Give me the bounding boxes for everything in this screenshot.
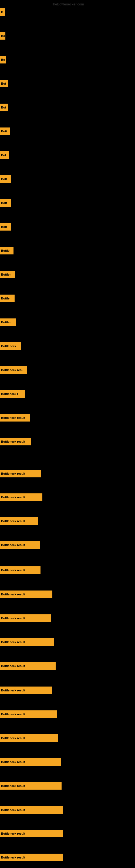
bar-item: Bottleneck result	[0, 438, 31, 445]
bar-item: Bottleneck result	[0, 638, 54, 646]
bar-item: Bottlen	[0, 318, 16, 326]
bar-label: Bott	[1, 177, 7, 181]
bar-label: Bott	[1, 225, 7, 228]
bar-label: Bottleneck result	[1, 568, 25, 572]
bar-item: Bott	[0, 127, 10, 135]
bar-item: Bottleneck result	[0, 830, 63, 837]
bar-item: Bottleneck result	[0, 686, 52, 694]
bar-label: Bottleneck result	[1, 617, 25, 620]
bar-item: Bottleneck result	[0, 590, 52, 598]
bar-item: Bot	[0, 80, 8, 87]
bar-item: Bottleneck result	[0, 470, 41, 477]
bar-item: Bott	[0, 199, 11, 207]
bar-item: Bottleneck r	[0, 390, 25, 398]
bar-item: Bottlen	[0, 271, 15, 278]
bar-label: Bottleneck result	[1, 496, 25, 499]
bar-item: Bottleneck	[0, 342, 21, 350]
bar-label: Bottleneck result	[1, 416, 25, 420]
bar-label: Bottlen	[1, 273, 11, 276]
bar-item: Bottleneck result	[0, 734, 58, 742]
bar-label: Bottleneck result	[1, 832, 25, 835]
bar-item: Bo	[0, 56, 6, 63]
bar-label: Bottleneck result	[1, 641, 25, 644]
bar-item: Bottleneck result	[0, 517, 38, 525]
bar-label: Bottleneck result	[1, 689, 25, 692]
bar-label: Bottleneck result	[1, 784, 25, 787]
bar-item: Bottleneck result	[0, 614, 51, 622]
bar-label: Bottleneck result	[1, 713, 25, 716]
bar-item: Bot	[0, 151, 9, 159]
bar-item: Bottleneck result	[0, 566, 41, 574]
bar-item: Bottleneck result	[0, 782, 61, 789]
bar-label: Bottleneck result	[1, 440, 25, 443]
bar-label: Bot	[1, 106, 6, 109]
bar-item: Bott	[0, 175, 11, 183]
bar-label: Bottleneck result	[1, 760, 25, 764]
bar-label: Bottleneck result	[1, 543, 25, 547]
bar-label: Bottleneck result	[1, 664, 25, 668]
bar-item: B	[0, 8, 5, 16]
bar-item: Bottleneck result	[0, 710, 57, 718]
bar-label: Bottle	[1, 249, 9, 252]
bar-label: Bott	[1, 130, 7, 133]
bar-item: Bottleneck result	[0, 854, 63, 861]
bar-label: Bottleneck result	[1, 472, 25, 475]
bar-item: Bot	[0, 104, 8, 111]
bar-item: Bottleneck result	[0, 541, 40, 549]
bar-label: Bottleneck resu	[1, 368, 24, 372]
site-title: TheBottlenecker.com	[51, 2, 84, 6]
bar-label: Bo	[1, 58, 5, 61]
bar-item: Bottle	[0, 294, 14, 302]
bar-label: B	[1, 10, 3, 13]
bar-label: Bottleneck result	[1, 808, 25, 812]
bar-item: Bottleneck result	[0, 493, 42, 501]
bar-label: Bottleneck result	[1, 737, 25, 740]
bar-item: Bott	[0, 223, 11, 230]
bar-item: Bottleneck resu	[0, 366, 27, 374]
bar-label: Bottleneck r	[1, 392, 18, 396]
bar-label: Bottleneck result	[1, 856, 25, 859]
bar-label: Bot	[1, 82, 6, 85]
bar-label: Bottlen	[1, 321, 11, 324]
bar-item: Bo	[0, 32, 5, 40]
bar-label: Bottleneck result	[1, 593, 25, 596]
bar-label: Bo	[1, 34, 5, 37]
bar-label: Bottleneck result	[1, 520, 25, 523]
bar-item: Bottleneck result	[0, 758, 61, 766]
bar-item: Bottleneck result	[0, 662, 56, 670]
bar-label: Bottle	[1, 297, 9, 300]
bar-label: Bott	[1, 201, 7, 205]
bar-item: Bottle	[0, 247, 13, 254]
bar-item: Bottleneck result	[0, 414, 30, 422]
bar-item: Bottleneck result	[0, 806, 63, 814]
bar-label: Bot	[1, 154, 6, 157]
bar-label: Bottleneck	[1, 344, 16, 348]
